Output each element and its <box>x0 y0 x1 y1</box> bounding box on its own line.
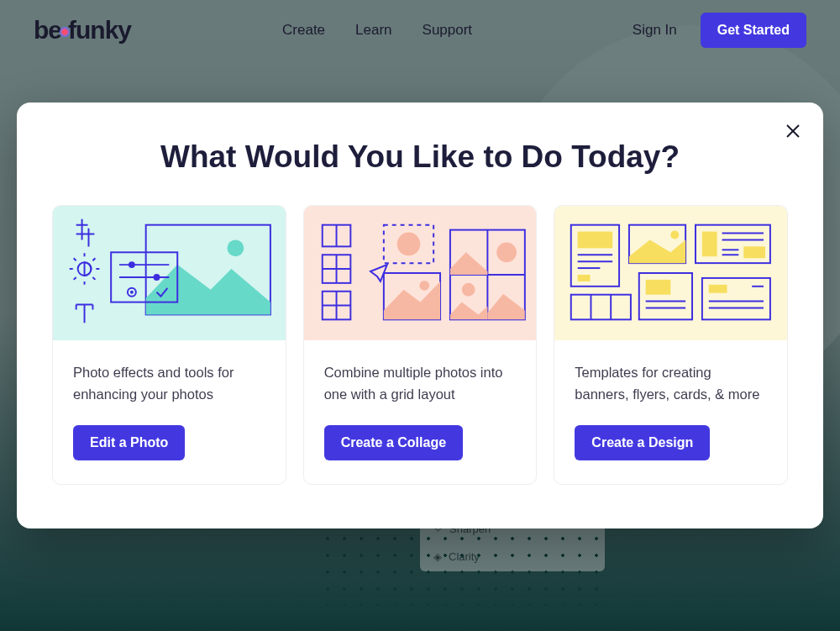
edit-photo-button[interactable]: Edit a Photo <box>73 425 185 460</box>
design-illustration-icon <box>554 206 787 340</box>
svg-rect-41 <box>646 280 671 295</box>
svg-rect-34 <box>578 275 591 281</box>
svg-point-7 <box>129 261 135 268</box>
close-icon <box>785 123 801 139</box>
logo-dot-icon <box>60 27 70 37</box>
create-design-button[interactable]: Create a Design <box>575 425 710 460</box>
card-illustration-design <box>554 206 787 340</box>
collage-illustration-icon <box>304 206 537 340</box>
svg-rect-48 <box>744 246 766 258</box>
svg-point-9 <box>154 274 160 281</box>
main-nav: Create Learn Support <box>282 22 472 39</box>
card-description: Templates for creating banners, flyers, … <box>575 362 767 405</box>
svg-point-4 <box>228 239 244 256</box>
nav-support[interactable]: Support <box>423 22 473 39</box>
svg-point-39 <box>671 231 680 239</box>
nav-learn[interactable]: Learn <box>355 22 391 39</box>
card-edit-photo: Photo effects and tools for enhancing yo… <box>52 205 286 485</box>
svg-rect-51 <box>702 278 770 319</box>
svg-rect-35 <box>571 295 631 320</box>
card-illustration-edit <box>53 206 286 340</box>
svg-point-21 <box>396 233 420 256</box>
card-description: Photo effects and tools for enhancing yo… <box>73 362 265 405</box>
logo[interactable]: befunky <box>34 16 131 45</box>
nav-create[interactable]: Create <box>282 22 325 39</box>
svg-point-11 <box>130 291 134 294</box>
close-button[interactable] <box>780 118 806 145</box>
logo-text-right: funky <box>68 16 131 45</box>
edit-illustration-icon <box>53 206 286 340</box>
card-create-design: Templates for creating banners, flyers, … <box>554 205 788 485</box>
svg-point-27 <box>496 242 517 262</box>
sign-in-link[interactable]: Sign In <box>633 22 677 39</box>
modal-title: What Would You Like to Do Today? <box>52 139 788 175</box>
svg-rect-45 <box>702 232 717 257</box>
card-illustration-collage <box>304 206 537 340</box>
card-description: Combine multiple photos into one with a … <box>324 362 517 405</box>
svg-point-28 <box>461 283 475 297</box>
card-body: Photo effects and tools for enhancing yo… <box>53 340 286 484</box>
get-started-button[interactable]: Get Started <box>701 13 806 48</box>
card-body: Combine multiple photos into one with a … <box>304 340 537 484</box>
option-cards: Photo effects and tools for enhancing yo… <box>52 205 788 485</box>
card-body: Templates for creating banners, flyers, … <box>554 340 787 484</box>
svg-point-23 <box>419 281 429 291</box>
welcome-modal: What Would You Like to Do Today? <box>17 103 823 528</box>
header-actions: Sign In Get Started <box>633 13 806 48</box>
create-collage-button[interactable]: Create a Collage <box>324 425 463 460</box>
logo-text-left: be <box>34 16 61 45</box>
svg-rect-30 <box>578 232 613 249</box>
site-header: befunky Create Learn Support Sign In Get… <box>0 0 840 60</box>
card-create-collage: Combine multiple photos into one with a … <box>303 205 538 485</box>
svg-rect-52 <box>709 285 727 293</box>
